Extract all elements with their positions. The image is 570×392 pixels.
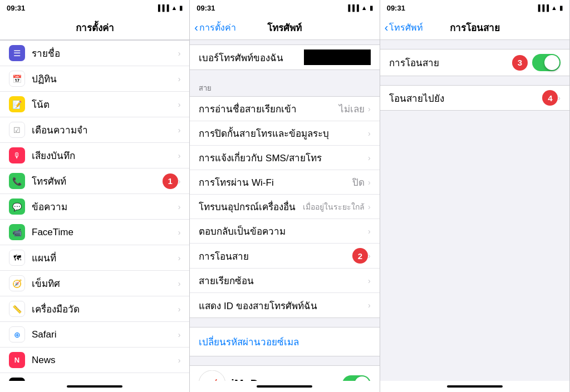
phone-group-1: การอ่านชื่อสายเรียกเข้า ไม่เลย › การปิดก… (190, 96, 379, 318)
read-caller-label: การอ่านชื่อสายเรียกเข้า (199, 101, 339, 116)
settings-item-news[interactable]: N News › (0, 348, 189, 373)
change-password-link[interactable]: เปลี่ยนรหัสผ่านวอยซ์เมล (199, 337, 299, 348)
settings-item-reminder[interactable]: ☑ เตือนความจำ › (0, 117, 189, 143)
wifi-icon: ▲ (361, 4, 367, 11)
chevron-icon: › (178, 356, 181, 365)
call-forward-toggle-row[interactable]: การโอนสาย 3 (380, 49, 569, 76)
other-device-label: โทรบนอุปกรณ์เครื่องอื่น (199, 199, 303, 214)
show-id-label: แสดง ID ของสายโทรศัพท์ฉัน (199, 298, 368, 313)
svg-point-0 (199, 370, 225, 381)
facetime-label: FaceTime (32, 227, 178, 238)
chevron-icon: › (178, 228, 181, 237)
status-bar-2: 09:31 ▐▐▐ ▲ ▮ (190, 0, 379, 16)
phone-item-wifi-call[interactable]: การโทรผ่าน Wi-Fi ปิด › (190, 170, 379, 195)
home-indicator-1 (67, 385, 122, 388)
battery-icon: ▮ (179, 4, 183, 12)
call-forward-group-2: โอนสายไปยัง 4 › (380, 85, 569, 111)
settings-item-maps[interactable]: 🗺 แผนที่ › (0, 245, 189, 271)
forward-to-label: โอนสายไปยัง (389, 91, 538, 106)
chevron-icon: › (368, 178, 371, 187)
status-icons-2: ▐▐▐ ▲ ▮ (346, 4, 372, 12)
settings-item-notes[interactable]: 📝 โน้ต › (0, 92, 189, 117)
panel-phone: 09:31 ▐▐▐ ▲ ▮ ‹ การตั้งค่า โทรศัพท์ เบอร… (190, 0, 380, 392)
maps-label: แผนที่ (32, 250, 178, 265)
chevron-icon: › (178, 75, 181, 83)
chevron-icon: › (178, 254, 181, 262)
reminders-icon: ☰ (9, 45, 25, 61)
news-icon: N (9, 352, 25, 368)
wifi-call-value: ปิด (352, 175, 365, 190)
back-arrow-icon: ‹ (194, 21, 198, 34)
phone-item-read-caller[interactable]: การอ่านชื่อสายเรียกเข้า ไม่เลย › (190, 97, 379, 121)
settings-group-1: ☰ รายชื่อ › 📅 ปฏิทิน › 📝 โน้ต › (0, 40, 189, 381)
settings-item-voice[interactable]: 🎙 เสียงบันทึก › (0, 143, 189, 168)
toggle-knob (355, 376, 370, 381)
calendar-icon: 📅 (9, 71, 25, 87)
back-arrow-icon: ‹ (385, 21, 389, 34)
caller-id-toggle[interactable] (342, 375, 371, 381)
chevron-icon: › (178, 49, 181, 58)
facetime-icon: 📹 (9, 224, 25, 240)
call-forward-toggle[interactable] (532, 54, 561, 71)
phone-label: โทรศัพท์ (32, 173, 158, 188)
phone-item-call-forward[interactable]: การโอนสาย 2 › (190, 244, 379, 269)
back-button-3[interactable]: ‹ โทรศัพท์ (385, 21, 424, 34)
home-indicator-2 (257, 385, 312, 388)
call-forward-group: การโอนสาย 3 (380, 49, 569, 76)
wifi-icon: ▲ (551, 4, 557, 11)
call-waiting-label: สายเรียกซ้อน (199, 273, 368, 288)
signal-icon: ▐▐▐ (156, 4, 169, 11)
chevron-icon: › (368, 301, 371, 310)
phone-item-call-waiting[interactable]: สายเรียกซ้อน › (190, 269, 379, 293)
phone-number-row: เบอร์โทรศัพท์ของฉัน (190, 44, 379, 70)
settings-item-health[interactable]: 📏 เครื่องมือวัด › (0, 296, 189, 322)
other-device-value: เมื่ออยู่ในระยะใกล้ (303, 201, 365, 213)
messages-label: ข้อความ (32, 199, 178, 214)
phone-item-reply-msg[interactable]: ตอบกลับเป็นข้อความ › (190, 219, 379, 244)
back-button-2[interactable]: ‹ การตั้งค่า (194, 21, 236, 34)
phone-number-value (304, 49, 371, 65)
phone-item-block[interactable]: การปิดกั้นสายโทรและข้อมูลระบุ › (190, 121, 379, 146)
nav-bar-1: การตั้งค่า (0, 16, 189, 40)
nav-title-1: การตั้งค่า (76, 20, 114, 35)
call-forward-list: การโอนสาย 3 โอนสายไปยัง 4 › (380, 40, 569, 381)
bottom-bar-3 (380, 381, 569, 392)
settings-list: ☰ รายชื่อ › 📅 ปฏิทิน › 📝 โน้ต › (0, 40, 189, 381)
time-1: 09:31 (7, 4, 25, 12)
bottom-bar-1 (0, 381, 189, 392)
settings-item-facetime[interactable]: 📹 FaceTime › (0, 220, 189, 245)
time-2: 09:31 (196, 4, 215, 12)
badge-4: 4 (542, 90, 558, 106)
settings-item-safari[interactable]: ⊕ Safari › (0, 322, 189, 348)
chevron-icon: › (368, 227, 371, 236)
settings-item-compass[interactable]: 🧭 เข็มทิศ › (0, 271, 189, 296)
back-label-2: การตั้งค่า (199, 21, 236, 34)
panel-call-forward: 09:31 ▐▐▐ ▲ ▮ ‹ โทรศัพท์ การโอนสาย การโอ… (380, 0, 570, 392)
settings-item-phone[interactable]: 📞 โทรศัพท์ 1 › (0, 168, 189, 194)
battery-icon: ▮ (559, 4, 563, 12)
settings-item-reminders[interactable]: ☰ รายชื่อ › (0, 41, 189, 66)
voice-label: เสียงบันทึก (32, 148, 178, 163)
call-forward-toggle-label: การโอนสาย (389, 55, 508, 70)
status-bar-1: 09:31 ▐▐▐ ▲ ▮ (0, 0, 189, 16)
settings-item-stocks[interactable]: 📈 หุ้น › (0, 373, 189, 381)
back-label-3: โทรศัพท์ (389, 21, 423, 34)
call-forward-label: การโอนสาย (199, 249, 348, 264)
badge-3: 3 (512, 55, 528, 71)
battery-icon: ▮ (370, 4, 373, 12)
change-password-row[interactable]: เปลี่ยนรหัสผ่านวอยซ์เมล (190, 327, 379, 356)
signal-icon: ▐▐▐ (536, 4, 549, 11)
phone-item-show-id[interactable]: แสดง ID ของสายโทรศัพท์ฉัน › (190, 293, 379, 317)
status-bar-3: 09:31 ▐▐▐ ▲ ▮ (380, 0, 569, 16)
chevron-icon: › (178, 330, 181, 339)
chevron-icon: › (368, 105, 371, 113)
settings-item-messages[interactable]: 💬 ข้อความ › (0, 194, 189, 220)
panel-settings: 09:31 ▐▐▐ ▲ ▮ การตั้งค่า ☰ รายชื่อ › 📅 (0, 0, 190, 392)
chevron-icon: › (558, 93, 561, 102)
phone-item-other-device[interactable]: โทรบนอุปกรณ์เครื่องอื่น เมื่ออยู่ในระยะใ… (190, 195, 379, 219)
wifi-icon: ▲ (171, 4, 177, 11)
phone-item-sms-notify[interactable]: การแจ้งเกี่ยวกับ SMS/สายโทร › (190, 146, 379, 170)
forward-to-row[interactable]: โอนสายไปยัง 4 › (380, 86, 569, 110)
status-icons-1: ▐▐▐ ▲ ▮ (156, 4, 183, 12)
settings-item-calendar[interactable]: 📅 ปฏิทิน › (0, 66, 189, 92)
